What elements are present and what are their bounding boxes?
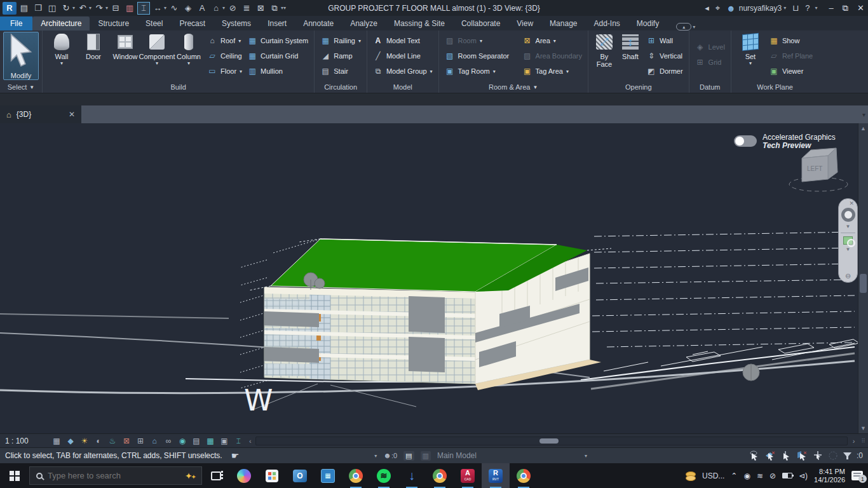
- hidden-icons-caret[interactable]: ⌃: [731, 471, 737, 480]
- zoom-dropdown-icon[interactable]: ▼: [846, 247, 851, 252]
- area-boundary-button[interactable]: ▨Area Boundary: [520, 48, 585, 64]
- autocad-button[interactable]: ACAD: [454, 463, 482, 488]
- tab-precast[interactable]: Precast: [171, 17, 214, 30]
- save-icon[interactable]: ◫: [46, 2, 58, 15]
- tab-systems[interactable]: Systems: [214, 17, 259, 30]
- battery-icon[interactable]: [782, 473, 792, 478]
- print-icon[interactable]: ⊟: [109, 2, 122, 15]
- tab-view[interactable]: View: [508, 17, 541, 30]
- grid-button[interactable]: ⊞Grid: [693, 55, 728, 70]
- show-work-plane-button[interactable]: ▦Show: [766, 33, 815, 48]
- window-button[interactable]: Window: [109, 32, 141, 60]
- task-view-button[interactable]: [202, 463, 230, 488]
- active-design-option[interactable]: Main Model: [437, 451, 477, 460]
- ceiling-button[interactable]: ▱Ceiling: [205, 48, 245, 64]
- search-input[interactable]: [48, 471, 180, 480]
- close-hidden-windows-icon[interactable]: ▥: [123, 2, 136, 15]
- screen-recorder-icon[interactable]: ◉: [743, 471, 750, 480]
- search-icon[interactable]: ⌖: [715, 3, 720, 13]
- hscroll-left-icon[interactable]: ‹: [245, 437, 255, 445]
- viewer-button[interactable]: ▣Viewer: [766, 64, 815, 79]
- view-tab-3d[interactable]: ⌂ {3D} ✕: [0, 105, 81, 123]
- sync-dropdown[interactable]: ▾: [72, 5, 75, 11]
- tab-collaborate[interactable]: Collaborate: [453, 17, 508, 30]
- downloads-button[interactable]: ↓: [398, 463, 426, 488]
- curtain-grid-button[interactable]: ▦Curtain Grid: [245, 48, 311, 64]
- select-pinned-elements-toggle[interactable]: [780, 451, 792, 461]
- tab-steel[interactable]: Steel: [137, 17, 171, 30]
- room-button[interactable]: ▨Room▾: [442, 33, 520, 48]
- dormer-button[interactable]: ◩Dormer: [644, 64, 686, 79]
- reveal-constraints-icon[interactable]: ⌶: [231, 437, 245, 445]
- hscroll-right-icon[interactable]: ›: [849, 437, 859, 445]
- show-analytical-model-icon[interactable]: ▦: [203, 437, 217, 445]
- worksets-icon[interactable]: ▤: [403, 451, 414, 461]
- zoom-icon[interactable]: [843, 236, 853, 245]
- account-menu[interactable]: ☻ nursyafikay3 ▾: [726, 3, 786, 13]
- view-tab-close-icon[interactable]: ✕: [69, 110, 75, 119]
- ribbon-cycle-button[interactable]: ▴: [676, 23, 691, 30]
- close-inactive-views-icon[interactable]: ⊠: [254, 2, 267, 15]
- component-button[interactable]: Component▾: [141, 32, 173, 66]
- temporary-hide-isolate-icon[interactable]: ∞: [161, 437, 175, 445]
- ref-plane-button[interactable]: ▱Ref Plane: [766, 48, 815, 64]
- tag-room-button[interactable]: ▣Tag Room▾: [442, 64, 520, 79]
- tab-analyze[interactable]: Analyze: [342, 17, 386, 30]
- steering-wheel-icon[interactable]: [841, 208, 855, 222]
- viewcube[interactable]: LEFT: [789, 148, 848, 191]
- 3d-model-view[interactable]: W LEFT: [0, 123, 868, 433]
- wifi-icon[interactable]: ≋: [757, 471, 763, 480]
- show-rendering-dialog-icon[interactable]: ♨: [105, 437, 119, 445]
- currency-app-icon[interactable]: [686, 471, 696, 481]
- tab-massing-site[interactable]: Massing & Site: [386, 17, 453, 30]
- panel-label-select[interactable]: Select▼: [3, 81, 39, 93]
- spotify-button[interactable]: ≋: [370, 463, 398, 488]
- sync-with-central-icon[interactable]: ↻: [60, 2, 72, 15]
- revit-taskbar-button[interactable]: RRVT: [482, 463, 510, 488]
- redo-icon[interactable]: ↷: [93, 2, 105, 15]
- roof-button[interactable]: ⌂Roof▾: [205, 33, 245, 48]
- highlight-displacement-sets-icon[interactable]: ▣: [217, 437, 231, 445]
- detail-level-icon[interactable]: ▦: [50, 437, 64, 445]
- volume-icon[interactable]: ⊲): [799, 471, 808, 480]
- dimension-dropdown[interactable]: ▾: [164, 5, 166, 11]
- section-icon[interactable]: ⊘: [226, 2, 239, 15]
- undo-icon[interactable]: ↶: [76, 2, 89, 15]
- aligned-dimension-icon[interactable]: ↔: [151, 2, 164, 15]
- help-dropdown[interactable]: ▾: [815, 5, 818, 11]
- stair-button[interactable]: ▤Stair: [318, 64, 363, 79]
- taskbar-search[interactable]: ✦✦: [29, 466, 202, 485]
- blue-app-button[interactable]: ▦: [314, 463, 342, 488]
- drawing-area[interactable]: W LEFT Accelerated Graphics Tech Preview…: [0, 123, 868, 433]
- tab-insert[interactable]: Insert: [259, 17, 295, 30]
- model-group-button[interactable]: ⧉Model Group▾: [370, 64, 435, 79]
- navbar-close-icon[interactable]: ✕: [849, 201, 854, 207]
- ribbon-cycle-dropdown[interactable]: ▾: [693, 24, 695, 30]
- design-options-caret[interactable]: ▾: [585, 453, 587, 459]
- floor-button[interactable]: ▭Floor▾: [205, 64, 245, 79]
- opening-by-face-button[interactable]: By Face: [592, 32, 617, 68]
- door-button[interactable]: Door: [78, 32, 109, 60]
- 3d-view-dropdown[interactable]: ▾: [222, 5, 225, 11]
- shadows-icon[interactable]: ◐: [92, 437, 105, 445]
- clock[interactable]: 8:41 PM 14/1/2026: [814, 468, 845, 484]
- notification-center-icon[interactable]: 1: [851, 471, 863, 480]
- chrome-button-1[interactable]: [342, 463, 370, 488]
- tab-manage[interactable]: Manage: [541, 17, 585, 30]
- switch-windows-icon[interactable]: ⧉: [268, 2, 281, 15]
- text-icon[interactable]: A: [196, 2, 208, 15]
- default-3d-view-icon[interactable]: ⌂: [210, 2, 222, 15]
- navigation-bar[interactable]: ✕ ▼ ▼ ⊖: [838, 198, 858, 283]
- properties-icon[interactable]: ▤: [18, 2, 31, 15]
- revit-logo-icon[interactable]: R: [3, 2, 17, 15]
- wall-opening-button[interactable]: ⊞Wall: [644, 33, 686, 48]
- home-icon[interactable]: ⌂: [6, 110, 11, 119]
- area-button[interactable]: ⊠Area▾: [520, 33, 585, 48]
- tag-area-button[interactable]: ▣Tag Area▾: [520, 64, 585, 79]
- tab-annotate[interactable]: Annotate: [295, 17, 342, 30]
- chrome-button-2[interactable]: [426, 463, 454, 488]
- vertical-scrollbar[interactable]: ▲ ▼: [858, 123, 868, 433]
- microsoft-store-button[interactable]: [258, 463, 286, 488]
- navbar-menu-icon[interactable]: ⊖: [845, 272, 851, 280]
- tab-modify[interactable]: Modify: [628, 17, 667, 30]
